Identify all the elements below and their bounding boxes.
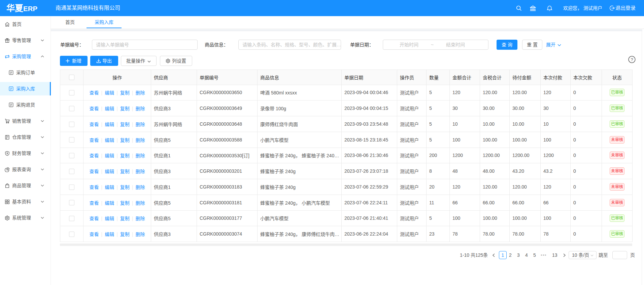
svg-text:?: ? xyxy=(631,57,633,62)
